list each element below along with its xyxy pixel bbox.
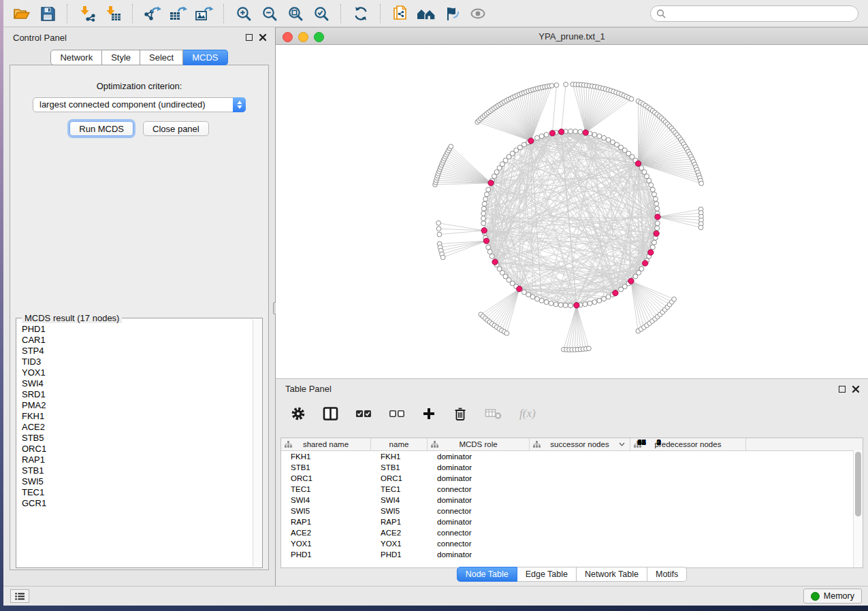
table-cell: SWI4	[281, 496, 371, 504]
save-session-button[interactable]	[37, 3, 59, 24]
table-cell: ACE2	[281, 529, 371, 537]
export-network-button[interactable]	[142, 3, 163, 24]
export-image-button[interactable]	[193, 3, 215, 24]
table-cell: SWI5	[281, 507, 371, 515]
plus-icon	[422, 407, 436, 420]
mcds-result-item[interactable]: ACE2	[17, 422, 253, 433]
run-mcds-button[interactable]: Run MCDS	[69, 121, 133, 136]
mcds-result-item[interactable]: STB1	[17, 465, 253, 476]
task-history-button[interactable]	[10, 589, 29, 603]
mcds-result-item[interactable]: SWI5	[17, 476, 253, 487]
new-network-from-selection-button[interactable]	[389, 3, 411, 24]
table-toolbar: f(x)	[283, 401, 861, 427]
table-cell: ORC1	[281, 474, 371, 482]
table-cell: YOX1	[281, 540, 371, 548]
deselect-all-rows-button[interactable]	[389, 409, 405, 418]
mcds-result-item[interactable]: SRD1	[17, 389, 253, 400]
optimization-criterion-value: largest connected component (undirected)	[33, 98, 245, 112]
delete-column-button[interactable]	[453, 406, 468, 421]
import-table-button[interactable]	[102, 3, 124, 24]
window-close-button[interactable]	[283, 32, 293, 42]
function-builder-button[interactable]: f(x)	[519, 407, 536, 420]
window-minimize-button[interactable]	[298, 32, 308, 42]
table-settings-button[interactable]	[291, 406, 306, 421]
toolbar-separator	[67, 4, 68, 23]
optimization-criterion-select[interactable]: largest connected component (undirected)	[33, 97, 246, 112]
mcds-result-item[interactable]: STB5	[17, 433, 253, 444]
window-zoom-button[interactable]	[314, 32, 324, 42]
tab-network-table[interactable]: Network Table	[577, 567, 647, 582]
table-cell: connector	[428, 529, 530, 537]
table-cell: 0	[553, 438, 669, 567]
hide-graphics-details-button[interactable]	[441, 3, 463, 24]
mcds-result-item[interactable]: RAP1	[17, 455, 253, 465]
mcds-result-item[interactable]: SWI4	[17, 378, 253, 389]
refresh-network-button[interactable]	[350, 3, 372, 24]
zoom-selected-button[interactable]	[310, 3, 332, 24]
mcds-result-item[interactable]: FKH1	[17, 411, 253, 422]
mcds-result-list: PHD1CAR1STP4TID3YOX1SWI4SRD1PMA2FKH1ACE2…	[17, 319, 253, 567]
float-table-panel-button[interactable]	[839, 386, 846, 393]
mcds-result-item[interactable]: PMA2	[17, 400, 253, 411]
unchecked-boxes-icon	[389, 409, 405, 418]
export-table-button[interactable]	[167, 3, 189, 24]
fx-icon: f(x)	[519, 407, 536, 420]
table-panel-tabs: Node TableEdge TableNetwork TableMotifs	[276, 567, 868, 582]
add-column-button[interactable]	[422, 407, 436, 420]
zoom-in-button[interactable]	[233, 3, 255, 24]
table-row[interactable]: PHD1PHD1dominator180	[281, 549, 863, 560]
select-all-rows-button[interactable]	[355, 409, 372, 418]
close-panel-button-inner[interactable]: Close panel	[143, 121, 209, 136]
first-neighbors-button[interactable]	[415, 3, 437, 24]
memory-button[interactable]: Memory	[803, 589, 862, 604]
toolbar-separator	[132, 4, 133, 23]
table-scrollbar-thumb[interactable]	[855, 452, 861, 516]
table-scrollbar[interactable]	[853, 450, 863, 567]
control-panel-title: Control Panel	[13, 33, 67, 43]
zoom-fit-button[interactable]	[285, 3, 306, 24]
mcds-result-item[interactable]: PHD1	[17, 324, 253, 335]
table-cell: PHD1	[281, 550, 371, 559]
mcds-result-item[interactable]: GCR1	[17, 498, 253, 509]
tab-edge-table[interactable]: Edge Table	[517, 567, 577, 582]
tab-motifs[interactable]: Motifs	[647, 567, 687, 582]
node-table-body: FKH1FKH1dominator962STB1STB1dominator620…	[281, 451, 863, 560]
table-cell: STB1	[371, 463, 428, 472]
tab-style[interactable]: Style	[102, 50, 140, 65]
column-visibility-button[interactable]	[323, 406, 338, 421]
table-cell: SWI4	[371, 496, 428, 504]
tab-node-table[interactable]: Node Table	[457, 567, 517, 582]
zoom-out-button[interactable]	[259, 3, 280, 24]
mcds-result-item[interactable]: STP4	[17, 346, 253, 357]
column-header-MCDS-role[interactable]: MCDS role	[428, 438, 530, 450]
table-cell: PHD1	[371, 550, 428, 559]
table-cell: ACE2	[371, 529, 428, 537]
show-graphics-details-button[interactable]	[467, 3, 489, 24]
import-network-button[interactable]	[76, 3, 98, 24]
network-graph[interactable]	[276, 45, 867, 378]
mcds-result-item[interactable]: CAR1	[17, 335, 253, 346]
tab-select[interactable]: Select	[140, 50, 183, 65]
close-table-panel-button[interactable]	[852, 385, 860, 393]
float-panel-button[interactable]	[246, 34, 253, 41]
search-input[interactable]	[669, 8, 852, 19]
zoom-selected-icon	[313, 5, 329, 22]
import-table-icon	[104, 5, 122, 22]
mcds-result-item[interactable]: YOX1	[17, 367, 253, 378]
column-header-shared-name[interactable]: shared name	[281, 438, 371, 450]
column-header-name[interactable]: name	[371, 438, 428, 450]
delete-table-button[interactable]	[485, 407, 502, 420]
table-cell: connector	[428, 540, 530, 548]
network-window-titlebar: YPA_prune.txt_1	[276, 27, 868, 45]
tab-network[interactable]: Network	[50, 50, 102, 65]
close-panel-button[interactable]	[259, 33, 267, 42]
mcds-result-item[interactable]: ORC1	[17, 444, 253, 455]
toolbar-separator	[340, 4, 342, 23]
mcds-result-groupbox: MCDS result (17 nodes) PHD1CAR1STP4TID3Y…	[16, 318, 263, 568]
mcds-result-item[interactable]: TEC1	[17, 487, 253, 498]
mcds-result-scrollbar[interactable]	[253, 319, 261, 567]
tab-mcds[interactable]: MCDS	[183, 50, 227, 65]
column-header-filler	[746, 438, 863, 450]
open-file-button[interactable]	[11, 3, 33, 24]
mcds-result-item[interactable]: TID3	[17, 357, 253, 367]
